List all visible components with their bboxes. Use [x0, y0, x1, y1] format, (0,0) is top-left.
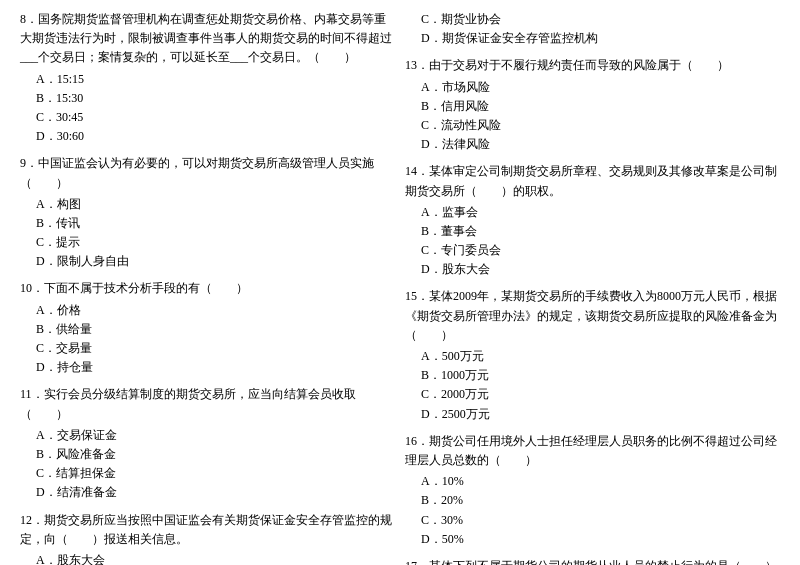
question-13-option-a: A．市场风险	[405, 78, 780, 97]
question-15-option-d: D．2500万元	[405, 405, 780, 424]
question-14: 14．某体审定公司制期货交易所章程、交易规则及其修改草案是公司制期货交易所（ ）…	[405, 162, 780, 279]
question-17-title: 17．某体下列不属于期货公司的期货从业人员的禁止行为的是（ ）	[405, 557, 780, 565]
question-8: 8．国务院期货监督管理机构在调查惩处期货交易价格、内幕交易等重大期货违法行为时，…	[20, 10, 395, 146]
question-12-option-d: D．期货保证金安全存管监控机构	[405, 29, 780, 48]
question-14-option-c: C．专门委员会	[405, 241, 780, 260]
two-column-layout: 8．国务院期货监督管理机构在调查惩处期货交易价格、内幕交易等重大期货违法行为时，…	[20, 10, 780, 565]
question-9: 9．中国证监会认为有必要的，可以对期货交易所高级管理人员实施（ ） A．构图 B…	[20, 154, 395, 271]
question-14-option-d: D．股东大会	[405, 260, 780, 279]
question-9-title: 9．中国证监会认为有必要的，可以对期货交易所高级管理人员实施（ ）	[20, 154, 395, 192]
question-13: 13．由于交易对于不履行规约责任而导致的风险属于（ ） A．市场风险 B．信用风…	[405, 56, 780, 154]
question-15-option-a: A．500万元	[405, 347, 780, 366]
question-13-title: 13．由于交易对于不履行规约责任而导致的风险属于（ ）	[405, 56, 780, 75]
question-8-title: 8．国务院期货监督管理机构在调查惩处期货交易价格、内幕交易等重大期货违法行为时，…	[20, 10, 395, 68]
question-15-option-c: C．2000万元	[405, 385, 780, 404]
question-17: 17．某体下列不属于期货公司的期货从业人员的禁止行为的是（ ）	[405, 557, 780, 565]
question-10-option-b: B．供给量	[20, 320, 395, 339]
question-12-title: 12．期货交易所应当按照中国证监会有关期货保证金安全存管监控的规定，向（ ）报送…	[20, 511, 395, 549]
question-12-option-a: A．股东大会	[20, 551, 395, 565]
question-12-continued: C．期货业协会 D．期货保证金安全存管监控机构	[405, 10, 780, 48]
question-15: 15．某体2009年，某期货交易所的手续费收入为8000万元人民币，根据《期货交…	[405, 287, 780, 423]
question-10-option-a: A．价格	[20, 301, 395, 320]
left-column: 8．国务院期货监督管理机构在调查惩处期货交易价格、内幕交易等重大期货违法行为时，…	[20, 10, 395, 565]
question-10-title: 10．下面不属于技术分析手段的有（ ）	[20, 279, 395, 298]
right-column: C．期货业协会 D．期货保证金安全存管监控机构 13．由于交易对于不履行规约责任…	[405, 10, 780, 565]
question-9-option-c: C．提示	[20, 233, 395, 252]
question-16-option-d: D．50%	[405, 530, 780, 549]
question-8-option-a: A．15:15	[20, 70, 395, 89]
question-14-option-a: A．监事会	[405, 203, 780, 222]
question-8-option-d: D．30:60	[20, 127, 395, 146]
question-8-option-c: C．30:45	[20, 108, 395, 127]
question-15-option-b: B．1000万元	[405, 366, 780, 385]
question-11-option-a: A．交易保证金	[20, 426, 395, 445]
question-14-title: 14．某体审定公司制期货交易所章程、交易规则及其修改草案是公司制期货交易所（ ）…	[405, 162, 780, 200]
question-16-option-b: B．20%	[405, 491, 780, 510]
question-14-option-b: B．董事会	[405, 222, 780, 241]
question-11-option-b: B．风险准备金	[20, 445, 395, 464]
question-10-option-c: C．交易量	[20, 339, 395, 358]
question-9-option-d: D．限制人身自由	[20, 252, 395, 271]
question-13-option-b: B．信用风险	[405, 97, 780, 116]
question-16: 16．期货公司任用境外人士担任经理层人员职务的比例不得超过公司经理层人员总数的（…	[405, 432, 780, 549]
question-10-option-d: D．持仓量	[20, 358, 395, 377]
question-12-option-c: C．期货业协会	[405, 10, 780, 29]
page-container: 8．国务院期货监督管理机构在调查惩处期货交易价格、内幕交易等重大期货违法行为时，…	[20, 10, 780, 565]
question-11-title: 11．实行会员分级结算制度的期货交易所，应当向结算会员收取（ ）	[20, 385, 395, 423]
question-16-title: 16．期货公司任用境外人士担任经理层人员职务的比例不得超过公司经理层人员总数的（…	[405, 432, 780, 470]
question-13-option-c: C．流动性风险	[405, 116, 780, 135]
question-12: 12．期货交易所应当按照中国证监会有关期货保证金安全存管监控的规定，向（ ）报送…	[20, 511, 395, 566]
question-8-option-b: B．15:30	[20, 89, 395, 108]
question-11: 11．实行会员分级结算制度的期货交易所，应当向结算会员收取（ ） A．交易保证金…	[20, 385, 395, 502]
question-13-option-d: D．法律风险	[405, 135, 780, 154]
question-9-option-b: B．传讯	[20, 214, 395, 233]
question-15-title: 15．某体2009年，某期货交易所的手续费收入为8000万元人民币，根据《期货交…	[405, 287, 780, 345]
question-11-option-c: C．结算担保金	[20, 464, 395, 483]
question-10: 10．下面不属于技术分析手段的有（ ） A．价格 B．供给量 C．交易量 D．持…	[20, 279, 395, 377]
question-11-option-d: D．结清准备金	[20, 483, 395, 502]
question-9-option-a: A．构图	[20, 195, 395, 214]
question-16-option-c: C．30%	[405, 511, 780, 530]
question-16-option-a: A．10%	[405, 472, 780, 491]
